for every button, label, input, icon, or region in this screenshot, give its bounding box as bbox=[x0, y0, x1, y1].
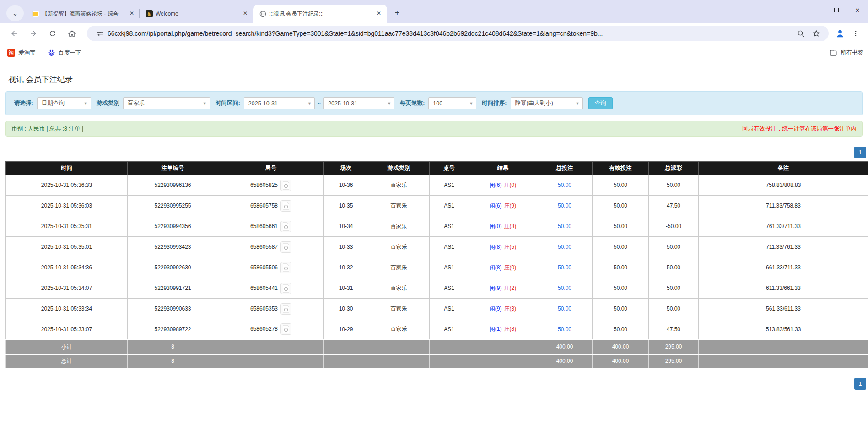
video-replay-icon[interactable] bbox=[280, 200, 291, 212]
cell-valid-bet: 50.00 bbox=[593, 196, 649, 216]
close-tab-icon[interactable]: ✕ bbox=[242, 10, 249, 17]
home-button[interactable] bbox=[64, 26, 80, 41]
cell-table-no: AS1 bbox=[430, 196, 469, 216]
table-header-cell: 总投注 bbox=[537, 162, 593, 175]
total-bet-link[interactable]: 50.00 bbox=[558, 285, 571, 291]
total-bet-link[interactable]: 50.00 bbox=[558, 223, 571, 229]
date-from-select[interactable]: 2025-10-31 ▼ bbox=[244, 97, 315, 109]
total-bet-link[interactable]: 50.00 bbox=[558, 306, 571, 312]
cell-result: 闲(1)庄(8) bbox=[469, 319, 537, 340]
site-settings-icon[interactable] bbox=[96, 30, 104, 38]
cell-total-bet: 50.00 bbox=[537, 175, 593, 196]
cell-bet-id: 522930993423 bbox=[128, 237, 218, 257]
minimize-button[interactable]: — bbox=[805, 0, 826, 20]
game-type-select[interactable]: 百家乐 ▼ bbox=[123, 97, 210, 109]
bookmark-taobao[interactable]: 淘 爱淘宝 bbox=[7, 49, 36, 57]
per-page-select[interactable]: 100 ▼ bbox=[428, 97, 476, 109]
cell-table-no: AS1 bbox=[430, 216, 469, 237]
table-header-cell: 备注 bbox=[699, 162, 868, 175]
home-icon bbox=[68, 29, 76, 38]
result-banker: 庄(8) bbox=[504, 326, 517, 332]
chevron-down-icon: ▼ bbox=[465, 101, 473, 106]
date-to-select[interactable]: 2025-10-31 ▼ bbox=[323, 97, 394, 109]
total-empty-round bbox=[218, 354, 324, 368]
all-bookmarks-button[interactable]: 所有书签 bbox=[830, 49, 863, 57]
bookmark-label: 爱淘宝 bbox=[18, 49, 36, 57]
cell-result: 闲(6)庄(0) bbox=[469, 175, 537, 196]
maximize-button[interactable] bbox=[826, 0, 847, 20]
cell-valid-bet: 50.00 bbox=[593, 237, 649, 257]
result-player: 闲(1) bbox=[490, 326, 502, 332]
cell-time: 2025-10-31 05:33:07 bbox=[6, 319, 128, 340]
video-replay-icon[interactable] bbox=[280, 303, 291, 315]
cell-time: 2025-10-31 05:34:07 bbox=[6, 278, 128, 299]
forward-button[interactable] bbox=[26, 26, 41, 41]
video-replay-icon[interactable] bbox=[280, 323, 291, 335]
cell-round: 658605353 bbox=[218, 299, 324, 319]
filter-bar: 请选择: 日期查询 ▼ 游戏类别 百家乐 ▼ 时间区间: 2025-10-31 … bbox=[5, 91, 863, 115]
close-tab-icon[interactable]: ✕ bbox=[128, 10, 135, 17]
cell-remark: 761.33/711.33 bbox=[699, 216, 868, 237]
result-banker: 庄(5) bbox=[504, 244, 517, 250]
video-replay-icon[interactable] bbox=[280, 221, 291, 232]
back-button[interactable] bbox=[6, 26, 22, 41]
subtotal-empty-table bbox=[430, 340, 469, 354]
total-bet-link[interactable]: 50.00 bbox=[558, 202, 571, 209]
zoom-out-icon[interactable] bbox=[797, 30, 805, 38]
video-replay-icon[interactable] bbox=[280, 262, 291, 273]
forward-arrow-icon bbox=[29, 29, 38, 38]
cell-time: 2025-10-31 05:35:01 bbox=[6, 237, 128, 257]
cell-round: 658605661 bbox=[218, 216, 324, 237]
search-button[interactable]: 查询 bbox=[588, 97, 613, 109]
total-bet-link[interactable]: 50.00 bbox=[558, 264, 571, 271]
tab-bet-records[interactable]: :::视讯 会员下注纪录::: ✕ bbox=[253, 5, 387, 23]
bookmark-star-icon[interactable] bbox=[812, 29, 820, 38]
tab-welcome[interactable]: ♞ Welcome ✕ bbox=[140, 5, 253, 23]
currency-summary: 币别 : 人民币 | 总共 :8 注单 | bbox=[11, 125, 83, 133]
table-row: 2025-10-31 05:33:07522930989722658605278… bbox=[6, 319, 868, 340]
page-1-button[interactable]: 1 bbox=[854, 147, 866, 158]
cell-remark: 611.33/661.33 bbox=[699, 278, 868, 299]
tab-search-button[interactable]: ⌄ bbox=[6, 5, 24, 21]
total-remark bbox=[699, 354, 868, 368]
tab-title: :::视讯 会员下注纪录::: bbox=[269, 10, 372, 18]
reload-button[interactable] bbox=[45, 26, 60, 41]
new-tab-button[interactable]: + bbox=[391, 6, 404, 19]
tab-strip: ⌄ 【新提醒】海燕策略论坛 - 综合 ✕ ♞ Welcome ✕ :::视讯 会… bbox=[0, 0, 868, 23]
cell-session: 10-34 bbox=[324, 216, 368, 237]
video-replay-icon[interactable] bbox=[280, 241, 291, 253]
profile-avatar-icon[interactable] bbox=[832, 26, 848, 41]
close-tab-icon[interactable]: ✕ bbox=[375, 10, 383, 17]
query-type-select[interactable]: 日期查询 ▼ bbox=[37, 97, 91, 109]
tab-forum[interactable]: 【新提醒】海燕策略论坛 - 综合 ✕ bbox=[27, 5, 140, 23]
table-header-cell: 总派彩 bbox=[649, 162, 699, 175]
cell-result: 闲(0)庄(3) bbox=[469, 216, 537, 237]
site-favicon-icon: ♞ bbox=[146, 10, 153, 17]
total-bet-link[interactable]: 50.00 bbox=[558, 244, 571, 250]
result-banker: 庄(2) bbox=[504, 285, 517, 291]
url-text[interactable]: 66cxkj98.com/ipl/portal.php/game/betreco… bbox=[108, 30, 793, 37]
cell-result: 闲(6)庄(9) bbox=[469, 196, 537, 216]
bookmark-baidu[interactable]: 百度一下 bbox=[48, 49, 81, 57]
round-number: 658605441 bbox=[250, 284, 278, 291]
video-replay-icon[interactable] bbox=[280, 283, 291, 294]
subtotal-empty-result bbox=[469, 340, 537, 354]
cell-payout: 50.00 bbox=[649, 299, 699, 319]
browser-menu-icon[interactable] bbox=[848, 26, 863, 41]
total-bet-link[interactable]: 50.00 bbox=[558, 326, 571, 333]
table-header-cell: 场次 bbox=[324, 162, 368, 175]
sort-select[interactable]: 降幂(由大到小) ▼ bbox=[511, 97, 583, 109]
page-1-button[interactable]: 1 bbox=[854, 378, 866, 390]
cell-time: 2025-10-31 05:36:33 bbox=[6, 175, 128, 196]
round-number: 658605758 bbox=[250, 202, 278, 208]
cell-session: 10-30 bbox=[324, 299, 368, 319]
total-empty-table bbox=[430, 354, 469, 368]
address-bar[interactable]: 66cxkj98.com/ipl/portal.php/game/betreco… bbox=[87, 26, 829, 41]
result-player: 闲(6) bbox=[490, 202, 502, 209]
close-window-button[interactable]: ✕ bbox=[847, 0, 868, 20]
total-bet-link[interactable]: 50.00 bbox=[558, 182, 571, 188]
cell-bet-id: 522930996136 bbox=[128, 175, 218, 196]
cell-game-type: 百家乐 bbox=[368, 175, 430, 196]
video-replay-icon[interactable] bbox=[280, 180, 291, 191]
total-payout: 295.00 bbox=[649, 354, 699, 368]
